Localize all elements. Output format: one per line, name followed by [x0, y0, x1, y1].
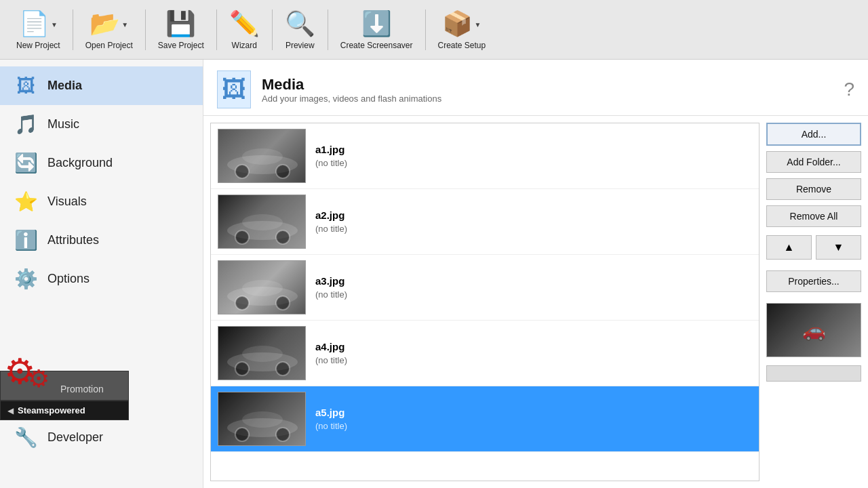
music-icon: 🎵 — [14, 113, 38, 136]
wizard-label: Wizard — [232, 41, 257, 50]
sidebar-item-media[interactable]: 🖼 Media — [0, 66, 203, 105]
left-arrow-icon: ◀ — [7, 406, 14, 415]
main-area: 🖼 Media 🎵 Music 🔄 Background ⭐ Visuals ℹ… — [0, 60, 868, 488]
help-icon[interactable]: ? — [844, 79, 854, 100]
media-info-a4: a4.jpg(no title) — [315, 341, 752, 365]
open-project-icon: 📂 — [90, 9, 120, 38]
content-subtitle: Add your images, videos and flash animat… — [262, 94, 441, 104]
create-setup-button[interactable]: 📦 ▼ Create Setup — [429, 5, 496, 54]
media-filename-a3: a3.jpg — [315, 275, 752, 287]
content-header: 🖼 Media Add your images, videos and flas… — [203, 60, 868, 116]
sidebar-item-developer[interactable]: 🔧 Developer — [0, 418, 203, 457]
media-thumb-a2 — [218, 195, 306, 249]
toolbar-divider-4 — [272, 9, 273, 50]
save-project-label: Save Project — [158, 41, 204, 50]
options-icon: ⚙️ — [14, 268, 38, 290]
sidebar-item-music[interactable]: 🎵 Music — [0, 105, 203, 144]
add-button[interactable]: Add... — [766, 123, 861, 146]
create-setup-arrow: ▼ — [474, 21, 481, 28]
media-area: a1.jpg(no title)a2.jpg(no title)a3.jpg(n… — [203, 116, 868, 488]
sidebar-media-label: Media — [47, 79, 82, 93]
svg-point-3 — [276, 165, 290, 178]
media-info-a2: a2.jpg(no title) — [315, 209, 752, 234]
create-setup-label: Create Setup — [438, 41, 486, 50]
svg-point-11 — [276, 296, 290, 310]
properties-button[interactable]: Properties... — [766, 270, 861, 292]
media-filename-a5: a5.jpg — [315, 407, 752, 418]
move-down-button[interactable]: ▼ — [816, 235, 861, 260]
create-setup-icon: 📦 — [442, 9, 473, 38]
developer-icon: 🔧 — [14, 426, 38, 449]
gear-icon-small: ⚙ — [28, 365, 50, 393]
preview-thumbnail: 🚗 — [766, 303, 861, 357]
media-subtitle-a5: (no title) — [315, 421, 752, 431]
media-item-a4[interactable]: a4.jpg(no title) — [211, 321, 759, 386]
sidebar-options-label: Options — [47, 272, 90, 286]
open-project-arrow: ▼ — [121, 21, 128, 28]
media-info-a5: a5.jpg(no title) — [315, 407, 752, 431]
toolbar-divider-2 — [145, 9, 146, 50]
media-subtitle-a4: (no title) — [315, 355, 752, 365]
media-filename-a2: a2.jpg — [315, 209, 752, 221]
background-icon: 🔄 — [14, 152, 38, 174]
open-project-button[interactable]: 📂 ▼ Open Project — [76, 5, 142, 54]
media-item-a2[interactable]: a2.jpg(no title) — [211, 189, 759, 255]
media-item-a3[interactable]: a3.jpg(no title) — [211, 255, 759, 321]
svg-point-6 — [235, 230, 249, 244]
sidebar-developer-label: Developer — [47, 430, 103, 445]
toolbar-divider-6 — [425, 9, 426, 50]
new-project-button[interactable]: 📄 ▼ New Project — [7, 5, 70, 54]
content-header-text: Media Add your images, videos and flash … — [262, 76, 441, 104]
sidebar-music-label: Music — [47, 117, 79, 131]
svg-point-19 — [276, 428, 290, 441]
toolbar-divider-1 — [73, 9, 73, 50]
svg-point-1 — [242, 148, 283, 165]
add-folder-button[interactable]: Add Folder... — [766, 151, 861, 173]
remove-all-button[interactable]: Remove All — [766, 205, 861, 227]
media-item-a5[interactable]: a5.jpg(no title) — [211, 386, 759, 452]
create-screensaver-icon: ⬇️ — [361, 9, 392, 38]
media-subtitle-a3: (no title) — [315, 289, 752, 300]
media-filename-a1: a1.jpg — [315, 144, 752, 155]
svg-point-10 — [235, 296, 249, 310]
sidebar-item-attributes[interactable]: ℹ️ Attributes — [0, 221, 203, 260]
sidebar-item-background[interactable]: 🔄 Background — [0, 144, 203, 182]
remove-button[interactable]: Remove — [766, 178, 861, 200]
svg-point-5 — [242, 214, 283, 230]
sidebar-attributes-label: Attributes — [47, 233, 99, 247]
open-project-label: Open Project — [85, 41, 133, 50]
svg-point-14 — [235, 362, 249, 375]
media-item-a1[interactable]: a1.jpg(no title) — [211, 123, 759, 189]
toolbar-divider-3 — [216, 9, 217, 50]
svg-point-17 — [242, 411, 283, 428]
toolbar: 📄 ▼ New Project 📂 ▼ Open Project 💾 Save … — [0, 0, 868, 60]
sidebar-item-visuals[interactable]: ⭐ Visuals — [0, 182, 203, 221]
media-info-a1: a1.jpg(no title) — [315, 144, 752, 168]
svg-point-9 — [242, 280, 283, 296]
create-screensaver-button[interactable]: ⬇️ Create Screensaver — [331, 5, 422, 54]
content-header-icon: 🖼 — [217, 70, 251, 108]
media-thumb-a4 — [218, 326, 306, 380]
preview-controls — [766, 365, 861, 382]
content-title: Media — [262, 76, 441, 94]
svg-point-13 — [242, 346, 283, 362]
media-thumb-a5 — [218, 392, 306, 446]
move-up-button[interactable]: ▲ — [766, 235, 812, 260]
content-area: 🖼 Media Add your images, videos and flas… — [203, 60, 868, 488]
media-subtitle-a2: (no title) — [315, 224, 752, 234]
media-icon: 🖼 — [14, 75, 38, 97]
svg-point-18 — [235, 428, 249, 441]
wizard-button[interactable]: ✏️ Wizard — [220, 5, 269, 54]
toolbar-divider-5 — [328, 9, 328, 50]
svg-point-2 — [235, 165, 249, 178]
media-list[interactable]: a1.jpg(no title)a2.jpg(no title)a3.jpg(n… — [210, 123, 760, 481]
media-filename-a4: a4.jpg — [315, 341, 752, 352]
preview-icon: 🔍 — [285, 9, 315, 38]
svg-point-15 — [276, 362, 290, 375]
reorder-buttons: ▲ ▼ — [766, 235, 861, 260]
preview-label: Preview — [285, 41, 315, 50]
sidebar-item-options[interactable]: ⚙️ Options — [0, 260, 203, 298]
save-project-button[interactable]: 💾 Save Project — [149, 5, 214, 54]
preview-car-icon: 🚗 — [802, 319, 826, 342]
preview-button[interactable]: 🔍 Preview — [275, 5, 325, 54]
